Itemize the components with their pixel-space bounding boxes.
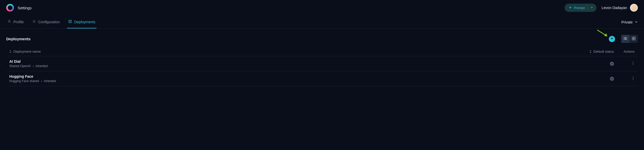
svg-rect-2	[69, 20, 70, 21]
svg-rect-7	[634, 37, 635, 38]
plus-icon	[610, 37, 614, 41]
top-bar-left: Settings	[6, 4, 32, 12]
deployment-inheritance: Inherited	[36, 64, 48, 68]
more-vertical-icon	[633, 76, 634, 81]
tab-label: Profile	[13, 20, 24, 24]
tab-profile[interactable]: Profile	[6, 16, 25, 28]
check-icon	[610, 62, 614, 66]
column-label: Actions	[624, 50, 635, 53]
view-toggle	[621, 35, 638, 43]
gear-icon	[32, 19, 36, 24]
svg-point-13	[633, 77, 633, 77]
check-icon	[610, 77, 614, 81]
visibility-label: Private	[621, 20, 633, 24]
chevron-down-icon	[635, 20, 638, 24]
svg-rect-4	[69, 22, 70, 23]
svg-rect-9	[634, 39, 635, 40]
list-view-button[interactable]	[621, 35, 630, 43]
more-vertical-icon	[633, 61, 634, 66]
app-logo[interactable]	[6, 4, 14, 12]
avatar	[630, 4, 638, 12]
tab-label: Deployments	[74, 20, 95, 24]
grid-icon	[68, 19, 72, 24]
row-actions-menu[interactable]	[614, 76, 635, 81]
deployment-name: Hugging Face	[9, 74, 56, 78]
deployment-meta: Shared OpenAI Inherited	[9, 64, 48, 68]
tabs: Profile Configuration Deployments	[6, 16, 96, 28]
tab-configuration[interactable]: Configuration	[31, 16, 61, 28]
table-row[interactable]: Hugging Face Hugging Face shared Inherit…	[6, 71, 638, 86]
deployment-meta: Hugging Face shared Inherited	[9, 79, 56, 83]
dot-separator	[33, 66, 34, 67]
prompt-button[interactable]: Prompt	[565, 4, 596, 12]
deployment-name: AI Dial	[9, 59, 48, 64]
svg-point-1	[34, 21, 35, 22]
prompt-button-label: Prompt	[574, 6, 585, 10]
dot-separator	[41, 81, 42, 82]
table-header: Deployment name Default status Actions	[6, 47, 638, 56]
section-header: Deployments	[6, 35, 638, 43]
deployment-cell: AI Dial Shared OpenAI Inherited	[9, 59, 578, 68]
grid-icon	[632, 36, 636, 41]
divider	[587, 6, 588, 10]
user-name: Levon Dadayan	[602, 6, 627, 10]
user-menu[interactable]: Levon Dadayan	[602, 4, 638, 12]
svg-rect-8	[632, 39, 633, 40]
svg-point-10	[633, 62, 633, 62]
status-cell	[578, 62, 614, 66]
content-area: Deployments	[0, 29, 644, 92]
svg-rect-6	[632, 37, 633, 38]
svg-point-15	[633, 79, 633, 80]
plus-icon	[569, 6, 572, 10]
grid-view-button[interactable]	[630, 35, 638, 43]
deployment-source: Shared OpenAI	[9, 64, 31, 68]
tab-label: Configuration	[38, 20, 60, 24]
deployments-table: Deployment name Default status Actions A…	[6, 47, 638, 86]
add-deployment-button[interactable]	[609, 36, 615, 42]
tabs-row: Profile Configuration Deployments Privat…	[0, 16, 644, 29]
column-header-status[interactable]: Default status	[578, 50, 614, 53]
svg-point-11	[633, 63, 633, 64]
section-actions	[609, 35, 638, 43]
column-label: Default status	[594, 50, 614, 53]
visibility-dropdown[interactable]: Private	[621, 20, 638, 24]
user-icon	[7, 19, 11, 24]
deployment-inheritance: Inherited	[44, 79, 56, 83]
column-label: Deployment name	[13, 50, 41, 53]
list-icon	[623, 36, 627, 41]
table-row[interactable]: AI Dial Shared OpenAI Inherited	[6, 56, 638, 71]
section-title: Deployments	[6, 37, 31, 41]
svg-point-12	[633, 64, 633, 65]
row-actions-menu[interactable]	[614, 61, 635, 66]
top-bar-right: Prompt Levon Dadayan	[565, 4, 638, 12]
chevron-down-icon	[590, 6, 593, 10]
sort-icon	[589, 50, 591, 53]
tab-deployments[interactable]: Deployments	[67, 16, 96, 28]
svg-rect-5	[70, 22, 71, 23]
page-title: Settings	[18, 6, 32, 10]
deployment-cell: Hugging Face Hugging Face shared Inherit…	[9, 74, 578, 83]
sort-icon	[9, 50, 11, 53]
annotation-arrow-icon	[596, 29, 610, 39]
column-header-actions: Actions	[614, 50, 635, 53]
top-bar: Settings Prompt Levon Dadayan	[0, 0, 644, 16]
svg-point-0	[9, 20, 10, 21]
svg-point-14	[633, 78, 633, 78]
deployment-source: Hugging Face shared	[9, 79, 39, 83]
svg-rect-3	[70, 20, 71, 21]
column-header-name[interactable]: Deployment name	[9, 50, 578, 53]
status-cell	[578, 77, 614, 81]
